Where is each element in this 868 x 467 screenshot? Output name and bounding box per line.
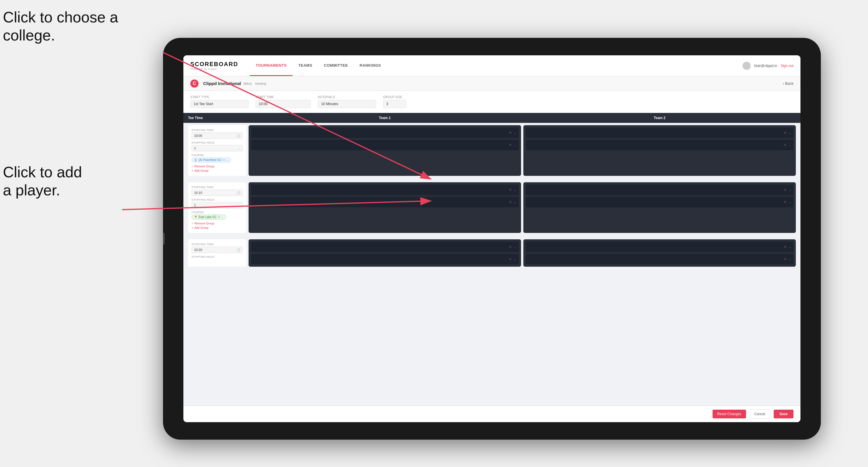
tee-time-row-1: STARTING TIME: 10:00 🕐 STARTING HOLE: 1 …: [183, 123, 801, 178]
p4-expand-2[interactable]: ⌄: [788, 200, 791, 204]
p4-expand-1[interactable]: ⌄: [788, 188, 791, 192]
p6-expand-2[interactable]: ⌄: [788, 257, 791, 261]
player-expand-icon-2[interactable]: ⌄: [514, 143, 516, 147]
course-label-2: COURSE:: [191, 211, 243, 214]
tablet-side-button: [163, 233, 165, 245]
col-team2: Team 2: [523, 116, 796, 120]
starting-hole-value-1[interactable]: 1 ⌄: [191, 145, 243, 151]
player-row-3-1[interactable]: ✕ ⌄: [251, 185, 519, 195]
p3-expand-1[interactable]: ⌄: [514, 188, 516, 192]
left-panel-3: STARTING TIME: 10:20 🕐 STARTING HOLE:: [188, 239, 246, 267]
t2-x-icon-2[interactable]: ✕: [783, 143, 786, 147]
nav-tab-teams[interactable]: TEAMS: [292, 55, 318, 76]
player-x-icon[interactable]: ✕: [509, 131, 512, 135]
save-button[interactable]: Save: [774, 410, 794, 418]
sign-out-link[interactable]: Sign out: [781, 64, 794, 68]
course-field-2: 📍 East Lake GC ✕ ⌄: [191, 215, 243, 220]
player-row-5-1[interactable]: ✕ ⌄: [251, 242, 519, 252]
starting-time-value-3[interactable]: 10:20 🕐: [191, 247, 243, 253]
footer: Reset Changes Cancel Save: [183, 406, 801, 422]
logo-area: SCOREBOARD Powered by clippd: [190, 61, 238, 70]
back-button[interactable]: ‹ Back: [783, 81, 794, 86]
p3-expand-2[interactable]: ⌄: [514, 200, 516, 204]
p4-x-2[interactable]: ✕: [783, 200, 786, 204]
nav-tab-rankings[interactable]: RANKINGS: [354, 55, 386, 76]
starting-time-value-1[interactable]: 10:00 🕐: [191, 132, 243, 139]
p4-x-1[interactable]: ✕: [783, 188, 786, 192]
course-field-1: 🏌️ (A) Peachtree GC ✕ ⌄: [191, 157, 243, 162]
t2-expand-icon-2[interactable]: ⌄: [788, 143, 791, 147]
course-tag-1[interactable]: 🏌️ (A) Peachtree GC ✕ ⌄: [191, 157, 231, 162]
group-size-label: Group Size: [383, 95, 406, 99]
p5-expand-1[interactable]: ⌄: [514, 245, 516, 249]
tee-time-row-2: STARTING TIME: 10:10 🕐 STARTING HOLE: 1 …: [183, 180, 801, 235]
event-title: Clippd Invitational: [203, 81, 241, 86]
p3-x-2[interactable]: ✕: [509, 200, 512, 204]
start-type-group: Start Type 1st Tee Start: [190, 95, 249, 108]
starting-hole-value-2[interactable]: 1 ⌄: [191, 202, 243, 209]
team1-panel-3: ✕ ⌄ ✕ ⌄: [249, 239, 521, 267]
starting-hole-label-3: STARTING HOLE:: [191, 255, 243, 258]
p5-expand-2[interactable]: ⌄: [514, 257, 516, 261]
player-row-5-2[interactable]: ✕ ⌄: [251, 254, 519, 264]
team2-panel-1: ✕ ⌄ ✕ ⌄: [523, 125, 796, 176]
header-right: blair@clippd.io Sign out: [743, 62, 794, 70]
course-down-2[interactable]: ⌄: [221, 215, 223, 219]
player-row-6-1[interactable]: ✕ ⌄: [526, 242, 794, 252]
starting-time-label-1: STARTING TIME:: [191, 129, 243, 132]
table-header: Tee Time Team 1 Team 2: [183, 113, 801, 123]
course-remove-2[interactable]: ✕: [218, 215, 220, 219]
remove-group-1[interactable]: ○ Remove Group: [191, 165, 243, 168]
group-size-select[interactable]: 3: [383, 100, 406, 108]
clippd-logo: C: [190, 80, 198, 88]
user-avatar: [743, 62, 751, 70]
intervals-select[interactable]: 10 Minutes: [318, 100, 376, 108]
p3-x-1[interactable]: ✕: [509, 188, 512, 192]
clippd-icon: C: [190, 80, 198, 88]
team1-panel-1: ✕ ⌄ ✕ ⌄: [249, 125, 521, 176]
form-area: Start Type 1st Tee Start Start Time Inte…: [183, 91, 801, 113]
player-row-4-2[interactable]: ✕ ⌄: [526, 197, 794, 207]
player-row-1-2[interactable]: ✕ ⌄: [251, 140, 519, 150]
player-row-1-1[interactable]: ✕ ⌄: [251, 127, 519, 138]
player-row-3-2[interactable]: ✕ ⌄: [251, 197, 519, 207]
player-x-icon-2[interactable]: ✕: [509, 143, 512, 147]
logo-sub: Powered by clippd: [190, 67, 238, 70]
course-remove-1[interactable]: ✕: [223, 158, 225, 162]
p6-x-2[interactable]: ✕: [783, 257, 786, 261]
nav-tab-committee[interactable]: COMMITTEE: [318, 55, 354, 76]
player-row-6-2[interactable]: ✕ ⌄: [526, 254, 794, 264]
add-group-2[interactable]: + Add Group: [191, 226, 243, 229]
t2-x-icon-1[interactable]: ✕: [783, 131, 786, 135]
cancel-button[interactable]: Cancel: [749, 409, 770, 419]
intervals-label: Intervals: [318, 95, 376, 99]
player-expand-icon[interactable]: ⌄: [514, 131, 516, 135]
t2-expand-icon-1[interactable]: ⌄: [788, 131, 791, 135]
course-label-1: COURSE:: [191, 154, 243, 157]
app-header: SCOREBOARD Powered by clippd TOURNAMENTS…: [183, 55, 801, 76]
p6-expand-1[interactable]: ⌄: [788, 245, 791, 249]
left-panel-1: STARTING TIME: 10:00 🕐 STARTING HOLE: 1 …: [188, 125, 246, 176]
starting-time-value-2[interactable]: 10:10 🕐: [191, 190, 243, 196]
p5-x-2[interactable]: ✕: [509, 257, 512, 261]
p6-x-1[interactable]: ✕: [783, 245, 786, 249]
col-team1: Team 1: [249, 116, 521, 120]
p5-x-1[interactable]: ✕: [509, 245, 512, 249]
user-email: blair@clippd.io: [754, 64, 777, 68]
nav-tab-tournaments[interactable]: TOURNAMENTS: [250, 55, 292, 76]
tablet-frame: SCOREBOARD Powered by clippd TOURNAMENTS…: [163, 38, 821, 440]
starting-time-label-3: STARTING TIME:: [191, 243, 243, 246]
remove-group-2[interactable]: ○ Remove Group: [191, 222, 243, 225]
start-time-input[interactable]: [255, 100, 311, 108]
start-type-select[interactable]: 1st Tee Start: [190, 100, 249, 108]
team2-panel-3: ✕ ⌄ ✕ ⌄: [523, 239, 796, 267]
course-down-1[interactable]: ⌄: [226, 158, 228, 162]
reset-button[interactable]: Reset Changes: [713, 410, 746, 418]
player-row-2-1[interactable]: ✕ ⌄: [526, 127, 794, 138]
group-size-group: Group Size 3: [383, 95, 406, 108]
add-group-1[interactable]: + Add Group: [191, 169, 243, 173]
player-row-2-2[interactable]: ✕ ⌄: [526, 140, 794, 150]
starting-time-label-2: STARTING TIME:: [191, 186, 243, 189]
player-row-4-1[interactable]: ✕ ⌄: [526, 185, 794, 195]
course-tag-2[interactable]: 📍 East Lake GC ✕ ⌄: [191, 215, 226, 220]
